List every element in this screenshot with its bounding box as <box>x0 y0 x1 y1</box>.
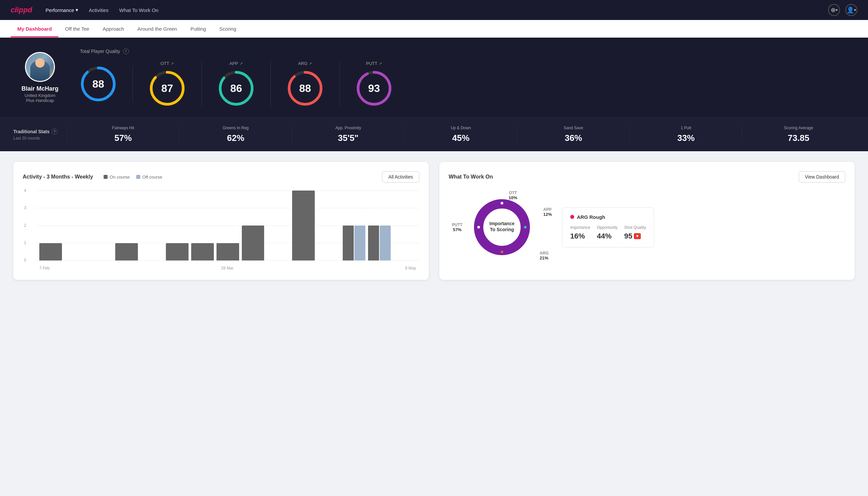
circle-putt: 93 <box>356 70 392 107</box>
svg-text:To Scoring: To Scoring <box>490 227 514 232</box>
bar-group <box>368 226 391 261</box>
help-icon[interactable]: ? <box>123 48 129 54</box>
circle-ott: 87 <box>149 70 186 107</box>
bar-on-course <box>191 243 214 261</box>
hero-section: Blair McHarg United Kingdom Plus Handica… <box>0 37 868 117</box>
x-label-mar: 28 Mar <box>221 266 234 270</box>
bar-group <box>217 243 239 261</box>
shot-quality-value: 95 ▼ <box>624 232 646 241</box>
tab-bar: My Dashboard Off the Tee Approach Around… <box>0 20 868 37</box>
nav-activities[interactable]: Activities <box>89 7 109 13</box>
chart-area: 4 3 2 1 0 7 Feb 28 Mar 9 May <box>23 190 419 270</box>
tab-scoring[interactable]: Scoring <box>212 20 243 37</box>
nav-performance[interactable]: Performance ▾ <box>46 7 78 13</box>
score-arg: ARG ↗ 88 <box>271 61 340 107</box>
arg-label: ARG ↗ <box>298 61 312 66</box>
shot-quality-badge: ▼ <box>634 233 641 239</box>
wtwo-card-header: What To Work On View Dashboard <box>449 171 845 183</box>
svg-point-17 <box>501 202 503 204</box>
bar-group <box>343 226 365 261</box>
chevron-down-icon: ▾ <box>76 7 78 13</box>
stat-fairways-hit: Fairways Hit 57% <box>67 126 179 143</box>
pink-dot-icon <box>570 215 574 219</box>
bar-on-course <box>39 243 62 261</box>
bar-on-course <box>242 226 265 261</box>
x-label-may: 9 May <box>405 266 416 270</box>
tab-around-the-green[interactable]: Around the Green <box>130 20 184 37</box>
tab-putting[interactable]: Putting <box>184 20 213 37</box>
circle-overall: 88 <box>80 66 116 102</box>
arg-seg-label: ARG 21% <box>540 251 549 261</box>
trad-subtitle: Last 20 rounds <box>13 136 67 141</box>
app-value: 86 <box>230 82 242 95</box>
tab-off-the-tee[interactable]: Off the Tee <box>58 20 96 37</box>
bar-on-course <box>368 226 379 261</box>
importance-value: 16% <box>570 232 590 241</box>
nav-what-to-work-on[interactable]: What To Work On <box>119 7 159 13</box>
trad-help-icon[interactable]: ? <box>52 128 58 135</box>
svg-point-18 <box>524 226 526 229</box>
svg-point-20 <box>477 226 480 229</box>
app-seg-label: APP 12% <box>543 207 552 217</box>
legend-off-course: Off course <box>136 174 162 180</box>
bar-on-course <box>292 190 315 261</box>
stats-section: Total Player Quality ? 88 <box>80 48 855 107</box>
app-trend-icon: ↗ <box>239 61 243 66</box>
opportunity-value: 44% <box>597 232 617 241</box>
bars-container <box>36 190 419 261</box>
main-content: Activity - 3 Months - Weekly On course O… <box>0 151 868 291</box>
activity-card-title: Activity - 3 Months - Weekly <box>23 174 93 180</box>
oneputt-value: 33% <box>636 133 736 143</box>
bar-group <box>191 243 214 261</box>
wtwo-content: OTT 10% APP 12% ARG 21% PUTT 57% <box>449 190 845 264</box>
bar-on-course <box>115 243 138 261</box>
stat-greens-in-reg: Greens In Reg 62% <box>179 126 292 143</box>
bar-group <box>292 190 315 261</box>
bar-off-course <box>354 226 365 261</box>
metric-opportunity: Opportunity 44% <box>597 225 617 241</box>
bar-group <box>115 243 138 261</box>
activity-title-group: Activity - 3 Months - Weekly On course O… <box>23 174 162 180</box>
putt-label: PUTT ↗ <box>366 61 382 66</box>
add-button[interactable]: ⊕ ▾ <box>828 4 840 16</box>
donut-chart: Importance To Scoring <box>472 197 532 257</box>
circle-app: 86 <box>218 70 254 107</box>
tab-approach[interactable]: Approach <box>96 20 130 37</box>
plus-icon: ⊕ <box>831 6 836 14</box>
metric-importance: Importance 16% <box>570 225 590 241</box>
x-label-feb: 7 Feb <box>39 266 50 270</box>
score-ott: OTT ↗ 87 <box>133 61 202 107</box>
ott-seg-label: OTT 10% <box>509 190 517 200</box>
score-putt: PUTT ↗ 93 <box>340 61 408 107</box>
fairways-value: 57% <box>74 133 173 143</box>
trad-stats-label: Traditional Stats ? Last 20 rounds <box>13 128 67 141</box>
legend-off-dot <box>136 175 140 179</box>
player-name: Blair McHarg <box>21 85 58 92</box>
user-icon: 👤 <box>847 6 854 14</box>
bar-off-course <box>380 226 391 261</box>
sand-value: 36% <box>524 133 623 143</box>
x-labels: 7 Feb 28 Mar 9 May <box>36 266 419 270</box>
nav-right: ⊕ ▾ 👤 ▾ <box>828 4 857 16</box>
trad-title: Traditional Stats ? <box>13 128 67 135</box>
putt-seg-label: PUTT 57% <box>452 222 462 232</box>
updown-value: 45% <box>411 133 510 143</box>
view-dashboard-button[interactable]: View Dashboard <box>799 171 845 183</box>
traditional-stats: Traditional Stats ? Last 20 rounds Fairw… <box>0 117 868 151</box>
ott-value: 87 <box>161 82 173 95</box>
score-overall: 88 <box>80 66 133 102</box>
nav-links: Performance ▾ Activities What To Work On <box>46 7 815 13</box>
tab-my-dashboard[interactable]: My Dashboard <box>11 20 58 37</box>
score-circles: 88 OTT ↗ 87 <box>80 61 855 107</box>
overall-value: 88 <box>92 78 104 90</box>
bar-on-course <box>217 243 239 261</box>
activity-card: Activity - 3 Months - Weekly On course O… <box>13 162 429 280</box>
wtwo-title: What To Work On <box>449 174 493 180</box>
logo: clippd <box>11 6 32 14</box>
circle-arg: 88 <box>287 70 323 107</box>
all-activities-button[interactable]: All Activities <box>382 171 419 183</box>
putt-trend-icon: ↗ <box>379 61 382 66</box>
metric-shot-quality: Shot Quality 95 ▼ <box>624 225 646 241</box>
donut-section: OTT 10% APP 12% ARG 21% PUTT 57% <box>449 190 555 264</box>
user-menu-button[interactable]: 👤 ▾ <box>845 4 857 16</box>
